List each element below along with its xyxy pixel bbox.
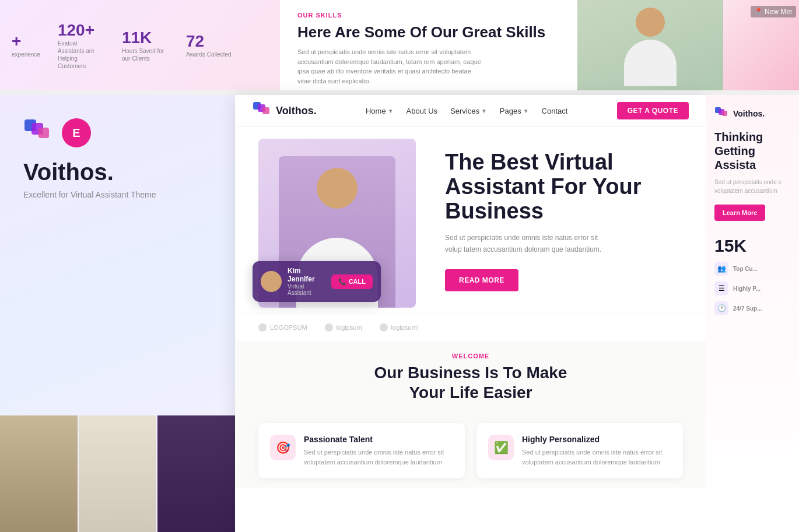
skills-image (577, 0, 723, 90)
stat-label-experience: experience (12, 51, 40, 58)
top-right-preview: 📍 New Mer (723, 0, 799, 90)
nav-contact-label: Contact (542, 107, 568, 115)
top-customers-label: Top Cu... (733, 266, 758, 272)
right-logo-area: Voithos. (714, 107, 790, 121)
chevron-down-icon-3: ▼ (523, 108, 529, 114)
get-quote-button[interactable]: GET A QUOTE (617, 102, 689, 119)
stat-number-experience: + (12, 32, 40, 51)
right-stat-items: 👥 Top Cu... ☰ Highly P... 🕐 24/7 Sup... (714, 262, 790, 315)
welcome-section: WELCOME Our Business Is To MakeYour Life… (235, 341, 706, 414)
hero-text-area: The Best Virtual Assistant For Your Busi… (427, 139, 683, 291)
logo-placeholder-3: logipsum! (380, 323, 419, 332)
logo-dot-3 (380, 323, 388, 332)
logo-text-1: LOGOPSUM (270, 324, 307, 331)
personalized-icon: ✅ (488, 435, 514, 460)
nav-home-label: Home (366, 107, 386, 115)
hero-person-head (317, 168, 358, 209)
right-stat-number: 15K (714, 236, 790, 256)
hero-section: Kim Jennifer Virtual Assistant 📞 CALL Th… (235, 127, 706, 313)
nav-services-label: Services (450, 107, 479, 115)
person-body (624, 40, 677, 86)
logo-dot-1 (258, 323, 267, 332)
left-branding-panel: E Voithos. Excellent for Virtual Assista… (0, 95, 235, 532)
stat-label-awards: Awards Collected (186, 51, 232, 58)
left-brand-name: Voithos. (0, 159, 235, 185)
stat-assistants: 120+ Exatual Assistants are Helping Cust… (58, 21, 104, 70)
call-card: Kim Jennifer Virtual Assistant 📞 CALL (253, 261, 381, 302)
nav-link-pages[interactable]: Pages ▼ (500, 107, 529, 115)
right-brand-name: Voithos. (733, 109, 765, 118)
right-description: Sed ut perspiciatis unde e voluptatem ac… (714, 178, 790, 195)
stat-number-awards: 72 (186, 32, 232, 51)
svg-rect-2 (38, 128, 49, 138)
left-bottom-images (0, 415, 235, 532)
nav-link-about[interactable]: About Us (406, 107, 437, 115)
navbar-logo-icon (253, 101, 271, 120)
personalized-text: Sed ut perspiciatis unde omnis iste natu… (522, 448, 671, 467)
logo-text-3: logipsum! (391, 324, 419, 331)
navbar: Voithos. Home ▼ About Us Services ▼ Page… (235, 95, 706, 127)
nav-link-services[interactable]: Services ▼ (450, 107, 487, 115)
stat-number-assistants: 120+ (58, 21, 104, 40)
logo-placeholder-2: logipsum (325, 323, 362, 332)
new-mer-text: New Mer (765, 8, 793, 16)
passionate-content: Passionate Talent Sed ut perspiciatis un… (304, 435, 453, 467)
hero-description: Sed ut perspiciatis unde omnis iste natu… (445, 232, 608, 255)
welcome-label: WELCOME (258, 353, 683, 360)
right-stat-item-1: ☰ Highly P... (714, 281, 790, 295)
nav-pages-label: Pages (500, 107, 521, 115)
navbar-logo-area[interactable]: Voithos. (253, 101, 317, 120)
passionate-icon: 🎯 (270, 435, 296, 460)
elementor-icon: E (72, 126, 80, 140)
highly-personalized-icon: ☰ (714, 281, 728, 295)
call-button[interactable]: 📞 CALL (331, 274, 373, 289)
passionate-text: Sed ut perspiciatis unde omnis iste natu… (304, 448, 453, 467)
logo-placeholder-1: LOGOPSUM (258, 323, 307, 332)
feature-card-personalized: ✅ Highly Personalized Sed ut perspiciati… (476, 423, 683, 478)
stat-label-hours: Hours Saved for our Clients (122, 47, 169, 62)
stat-label-assistants: Exatual Assistants are Helping Customers (58, 40, 104, 70)
man-image (0, 415, 78, 532)
right-logo-icon (714, 107, 728, 121)
main-center-panel: Voithos. Home ▼ About Us Services ▼ Page… (235, 95, 706, 532)
svg-rect-5 (262, 107, 269, 114)
read-more-button[interactable]: READ MORE (445, 269, 518, 291)
learn-more-button[interactable]: Learn More (714, 205, 765, 221)
hero-image-container: Kim Jennifer Virtual Assistant 📞 CALL (258, 139, 427, 313)
stat-hours: 11K Hours Saved for our Clients (122, 29, 169, 62)
nav-link-home[interactable]: Home ▼ (366, 107, 394, 115)
nav-about-label: About Us (406, 107, 437, 115)
woman-dark-image (157, 415, 235, 532)
personalized-content: Highly Personalized Sed ut perspiciatis … (522, 435, 671, 467)
person-head (636, 8, 665, 37)
nav-link-contact[interactable]: Contact (542, 107, 568, 115)
passionate-title: Passionate Talent (304, 435, 453, 444)
svg-rect-8 (722, 111, 727, 116)
support-icon: 🕐 (714, 301, 728, 315)
stat-experience: + experience (12, 32, 40, 58)
navbar-brand-name: Voithos. (276, 105, 317, 117)
right-panel: Voithos. ThinkingGettingAssista Sed ut p… (706, 95, 799, 532)
hero-title: The Best Virtual Assistant For Your Busi… (445, 150, 683, 223)
bottom-img-woman-dark (157, 415, 235, 532)
elementor-badge: E (62, 118, 91, 147)
call-btn-label: CALL (349, 278, 366, 285)
feature-cards: 🎯 Passionate Talent Sed ut perspiciatis … (235, 414, 706, 488)
feature-card-passionate: 🎯 Passionate Talent Sed ut perspiciatis … (258, 423, 465, 478)
call-info: Kim Jennifer Virtual Assistant (288, 267, 325, 296)
right-stat-item-2: 🕐 24/7 Sup... (714, 301, 790, 315)
woman-white-image (79, 415, 156, 532)
highly-personalized-label: Highly P... (733, 286, 761, 292)
call-name: Kim Jennifer (288, 267, 325, 283)
stat-number-hours: 11K (122, 29, 169, 47)
location-icon: 📍 (754, 8, 763, 16)
logos-strip: LOGOPSUM logipsum logipsum! (235, 313, 706, 341)
right-stat-item-0: 👥 Top Cu... (714, 262, 790, 276)
bottom-img-man (0, 415, 78, 532)
bottom-img-woman-white (79, 415, 156, 532)
logo-text-2: logipsum (337, 324, 362, 331)
left-logo-area: E (0, 95, 235, 159)
skills-person-image (577, 0, 723, 90)
new-mer-badge: 📍 New Mer (751, 6, 796, 17)
right-headline: ThinkingGettingAssista (714, 130, 790, 172)
